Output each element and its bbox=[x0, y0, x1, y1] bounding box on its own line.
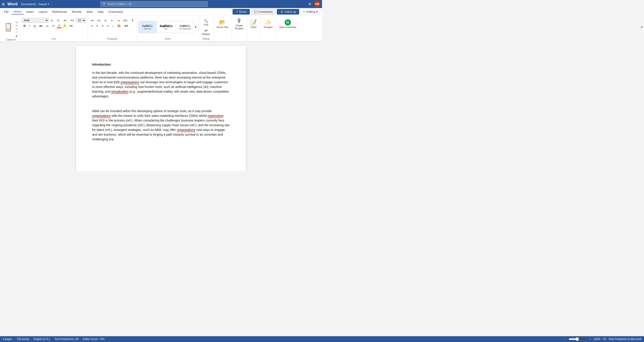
line-spacing-button[interactable]: ↕ bbox=[111, 23, 116, 28]
styles-gallery-container: AaBbCc Normal AaBbCc H1 AaBbCc No Spacin… bbox=[138, 17, 197, 37]
para-row1: ≡• ≡1 ≡↓ ⇤ ⇥ AZ↓ ¶ bbox=[90, 18, 135, 23]
paragraph-controls: ≡• ≡1 ≡↓ ⇤ ⇥ AZ↓ ¶ ≡ ≡ ≡ ≡ ↕ 🎨 ⊞▾ bbox=[89, 17, 136, 29]
style-no-spacing-preview: AaBbCc bbox=[180, 24, 190, 28]
comments-icon: 💬 bbox=[254, 10, 258, 14]
superscript-button[interactable]: x² bbox=[50, 23, 56, 28]
clear-format-button[interactable]: ✗A bbox=[69, 18, 75, 23]
editor-tool-button[interactable]: 📝 Editor bbox=[248, 17, 259, 31]
squiggle-organisations-3: organisations bbox=[177, 128, 196, 132]
waffle-icon[interactable]: ⊞ bbox=[2, 2, 5, 6]
reuse-files-group: 📂 Reuse Files bbox=[214, 16, 232, 42]
editor-icon: 📝 bbox=[250, 19, 257, 26]
menu-file[interactable]: File bbox=[2, 9, 11, 14]
grammarly-group: G Open Grammarly bbox=[276, 16, 300, 42]
style-no-spacing-label: No Spacing bbox=[179, 28, 191, 30]
increase-indent-button[interactable]: ⇥ bbox=[116, 18, 121, 23]
font-size-select[interactable]: 12 bbox=[76, 18, 86, 23]
sort-button[interactable]: AZ↓ bbox=[122, 18, 130, 23]
menu-review[interactable]: Review bbox=[70, 9, 84, 14]
multilevel-list-button[interactable]: ≡↓ bbox=[103, 18, 109, 23]
menu-bar: File Home Insert Layout References Revie… bbox=[0, 8, 322, 16]
catchup-button[interactable]: ⚡ Catch up bbox=[277, 9, 299, 15]
style-h1[interactable]: AaBbCc H1 bbox=[156, 21, 176, 33]
title-bar-right: ⚙ AM bbox=[308, 1, 320, 7]
cut-button[interactable]: ✂ bbox=[14, 28, 19, 31]
bold-button[interactable]: B bbox=[22, 23, 27, 28]
menu-layout[interactable]: Layout bbox=[36, 9, 50, 14]
bullets-button[interactable]: ≡• bbox=[90, 18, 96, 23]
dictation-group: 🎙 Dictate Dictation bbox=[232, 16, 247, 42]
increase-font-button[interactable]: A↑ bbox=[49, 18, 55, 23]
align-center-button[interactable]: ≡ bbox=[95, 23, 100, 28]
styles-gallery: AaBbCc Normal AaBbCc H1 AaBbCc No Spacin… bbox=[138, 21, 194, 33]
shading-button[interactable]: 🎨 bbox=[116, 23, 122, 28]
font-controls: Arial A↑ A↓ Aa ✗A 12 B I U ab x₂ x² bbox=[22, 17, 86, 29]
doc-title-caret[interactable]: ▾ bbox=[48, 3, 49, 6]
highlight-button[interactable]: A bbox=[62, 23, 67, 28]
menu-references[interactable]: References bbox=[50, 9, 69, 14]
app-name: Word bbox=[8, 2, 18, 7]
menu-help[interactable]: Help bbox=[95, 9, 106, 14]
menu-home[interactable]: Home bbox=[12, 9, 24, 15]
squiggle-organisations-2: organisations bbox=[92, 114, 111, 118]
share-button[interactable]: ↗ Share bbox=[232, 9, 250, 15]
redo-button[interactable]: ↪ bbox=[14, 24, 19, 28]
align-left-button[interactable]: ≡ bbox=[90, 23, 94, 28]
paste-icon: 📋 bbox=[4, 22, 12, 30]
clipboard-group: 📋 Paste ↩ ↪ ✂ 📄 🖌 Clipboard bbox=[2, 16, 20, 42]
ribbon: File Home Insert Layout References Revie… bbox=[0, 8, 322, 42]
reuse-files-label bbox=[215, 40, 230, 41]
font-row1: Arial A↑ A↓ Aa ✗A 12 bbox=[22, 18, 86, 23]
numbered-list-button[interactable]: ≡1 bbox=[96, 18, 102, 23]
search-icon: 🔍 bbox=[103, 3, 106, 6]
copy-button[interactable]: 📄 bbox=[14, 31, 19, 34]
designer-icon: ✨ bbox=[265, 19, 272, 26]
avatar[interactable]: AM bbox=[314, 1, 320, 7]
style-h1-label: H1 bbox=[164, 28, 168, 30]
comments-button[interactable]: 💬 Comments bbox=[251, 9, 276, 15]
paragraph-group: ≡• ≡1 ≡↓ ⇤ ⇥ AZ↓ ¶ ≡ ≡ ≡ ≡ ↕ 🎨 ⊞▾ bbox=[88, 16, 137, 42]
find-button[interactable]: 🔍 Find bbox=[200, 18, 212, 27]
menu-insert[interactable]: Insert bbox=[24, 9, 36, 14]
style-no-spacing[interactable]: AaBbCc No Spacing bbox=[176, 21, 194, 33]
italic-button[interactable]: I bbox=[28, 23, 32, 28]
justify-button[interactable]: ≡ bbox=[105, 23, 110, 28]
dictate-button[interactable]: 🎙 Dictate Dictation bbox=[233, 17, 246, 31]
pencil-icon: ✏ bbox=[303, 10, 306, 14]
menu-view[interactable]: View bbox=[84, 9, 95, 14]
grammarly-button[interactable]: G Open Grammarly bbox=[277, 17, 298, 31]
borders-button[interactable]: ⊞▾ bbox=[123, 23, 130, 28]
format-painter-button[interactable]: 🖌 bbox=[14, 34, 19, 37]
decrease-indent-button[interactable]: ⇤ bbox=[110, 18, 115, 23]
subscript-button[interactable]: x₂ bbox=[44, 23, 50, 28]
document-area[interactable]: Introduction: In the last decade, with t… bbox=[0, 42, 322, 171]
font-color-button[interactable]: A bbox=[56, 23, 62, 28]
settings-icon[interactable]: ⚙ bbox=[308, 2, 311, 6]
underline-button[interactable]: U bbox=[32, 23, 37, 28]
font-label: Font bbox=[22, 37, 86, 41]
paste-button[interactable]: 📋 Paste bbox=[3, 20, 14, 34]
show-formatting-button[interactable]: ¶ bbox=[130, 18, 135, 23]
editing-dropdown[interactable]: ✏ Editing ▾ bbox=[300, 9, 320, 15]
styles-more-button[interactable]: ▾ bbox=[194, 25, 197, 30]
doc-page: Introduction: In the last decade, with t… bbox=[76, 46, 246, 171]
align-right-button[interactable]: ≡ bbox=[100, 23, 105, 28]
doc-heading: Introduction: bbox=[92, 62, 230, 67]
font-row2: B I U ab x₂ x² A A A▾ bbox=[22, 23, 86, 28]
reuse-files-icon: 📂 bbox=[219, 19, 226, 26]
designer-button[interactable]: ✨ Designer bbox=[262, 17, 274, 31]
undo-button[interactable]: ↩ bbox=[14, 21, 19, 24]
replace-icon: ⇄ bbox=[204, 28, 208, 33]
strikethrough-button[interactable]: ab bbox=[38, 23, 44, 28]
font-family-select[interactable]: Arial bbox=[22, 18, 49, 23]
style-normal[interactable]: AaBbCc Normal bbox=[139, 21, 156, 33]
search-input[interactable] bbox=[108, 3, 205, 6]
replace-button[interactable]: ⇄ Replace bbox=[200, 27, 212, 36]
text-color-button[interactable]: A▾ bbox=[68, 23, 74, 28]
search-box[interactable]: 🔍 bbox=[100, 1, 208, 7]
reuse-files-button[interactable]: 📂 Reuse Files bbox=[215, 17, 230, 31]
change-case-button[interactable]: Aa bbox=[62, 18, 68, 23]
font-group: Arial A↑ A↓ Aa ✗A 12 B I U ab x₂ x² bbox=[20, 16, 88, 42]
menu-grammarly[interactable]: Grammarly bbox=[106, 9, 125, 14]
decrease-font-button[interactable]: A↓ bbox=[56, 18, 62, 23]
